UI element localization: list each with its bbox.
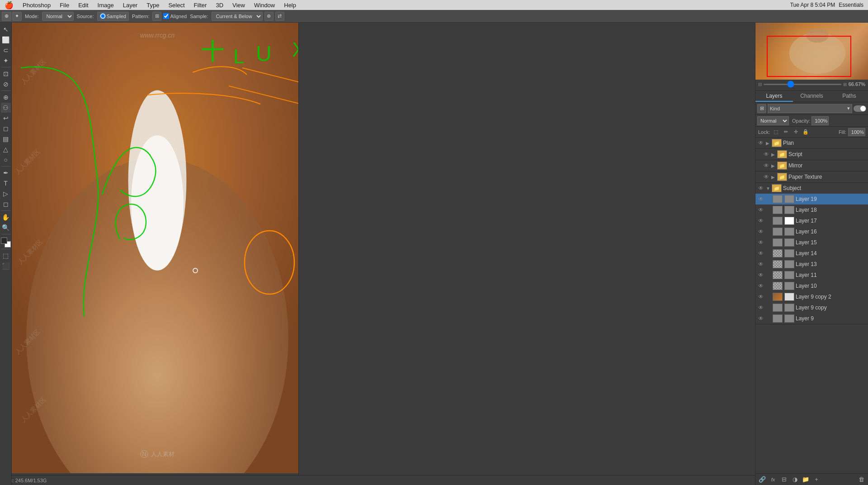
layer-row-14[interactable]: 👁 Layer 14 (755, 248, 868, 259)
eraser-tool[interactable]: ◻ (1, 124, 11, 133)
menu-3d[interactable]: 3D (211, 0, 228, 10)
type-tool[interactable]: T (1, 178, 11, 188)
lasso-tool[interactable]: ⊂ (1, 45, 11, 55)
visibility-18[interactable]: 👁 (757, 206, 764, 214)
healing-tool[interactable]: ⊕ (1, 92, 11, 102)
expand-mirror[interactable]: ▶ (771, 163, 776, 168)
menu-image[interactable]: Image (93, 0, 118, 10)
layers-list[interactable]: 👁 ▶ 📁 Plan 👁 ▶ 📁 Script (755, 138, 868, 473)
navigator-thumbnail[interactable] (755, 21, 868, 80)
layer-row-18[interactable]: 👁 Layer 18 (755, 204, 868, 215)
lock-transparent-icon[interactable]: ⬚ (772, 128, 780, 136)
apple-menu[interactable]: 🍎 (0, 1, 18, 10)
visibility-9copy2[interactable]: 👁 (757, 293, 764, 300)
layer-row-paper-texture[interactable]: 👁 ▶ 📁 Paper Texture (755, 171, 868, 182)
layer-row-9[interactable]: 👁 Layer 9 (755, 313, 868, 324)
add-mask-icon[interactable]: ⊟ (780, 475, 788, 484)
layer-row-11[interactable]: 👁 Layer 11 (755, 270, 868, 281)
dodge-tool[interactable]: ○ (1, 155, 11, 165)
expand-plan[interactable]: ▶ (766, 141, 770, 146)
menu-filter[interactable]: Filter (189, 0, 212, 10)
gradient-tool[interactable]: ▤ (1, 134, 11, 144)
adjustment-layer-icon[interactable]: ◑ (791, 475, 799, 484)
zoom-slider[interactable] (764, 84, 841, 85)
nav-viewport-rect[interactable] (767, 36, 851, 77)
fill-input[interactable] (848, 128, 865, 136)
layer-row-plan[interactable]: 👁 ▶ 📁 Plan (755, 138, 868, 148)
menu-window[interactable]: Window (250, 0, 279, 10)
visibility-script[interactable]: 👁 (763, 151, 770, 158)
layer-row-10[interactable]: 👁 Layer 10 (755, 281, 868, 291)
mode-select[interactable]: Normal (42, 12, 74, 21)
filter-kind-dropdown[interactable]: Kind ▾ (768, 104, 852, 113)
visibility-16[interactable]: 👁 (757, 228, 764, 235)
menu-type[interactable]: Type (142, 0, 164, 10)
visibility-15[interactable]: 👁 (757, 239, 764, 246)
visibility-17[interactable]: 👁 (757, 217, 764, 224)
screen-mode[interactable]: ⬛ (1, 261, 11, 271)
link-layers-icon[interactable]: 🔗 (758, 475, 766, 484)
zoom-tool[interactable]: 🔍 (1, 223, 11, 233)
shape-tool[interactable]: ◻ (1, 199, 11, 209)
lock-all-icon[interactable]: 🔒 (802, 128, 810, 136)
foreground-color[interactable] (1, 238, 7, 244)
visibility-mirror[interactable]: 👁 (763, 162, 770, 169)
hand-tool[interactable]: ✋ (1, 212, 11, 222)
pen-tool[interactable]: ✒ (1, 168, 11, 178)
expand-subject[interactable]: ▼ (766, 186, 770, 191)
visibility-plan[interactable]: 👁 (757, 139, 764, 147)
delete-layer-icon[interactable]: 🗑 (857, 475, 865, 484)
history-brush-tool[interactable]: ↩ (1, 113, 11, 123)
opacity-input[interactable] (811, 116, 829, 125)
menu-select[interactable]: Select (164, 0, 189, 10)
layer-row-19[interactable]: 👁 Layer 19 (755, 194, 868, 204)
workspace-switcher[interactable]: Essentials (839, 2, 863, 8)
visibility-19[interactable]: 👁 (757, 195, 764, 203)
visibility-14[interactable]: 👁 (757, 250, 764, 257)
quick-mask-tool[interactable]: ⬚ (1, 251, 11, 261)
canvas-area[interactable]: 十 L U X 人人素材 (12, 23, 303, 473)
blend-mode-select[interactable]: Normal (757, 116, 789, 125)
expand-paper-texture[interactable]: ▶ (771, 175, 776, 180)
lock-image-icon[interactable]: ✏ (782, 128, 790, 136)
brush-icon[interactable]: ⊕ (2, 12, 11, 21)
layer-row-9copy2[interactable]: 👁 Layer 9 copy 2 (755, 291, 868, 302)
sample-select[interactable]: Current & Below (212, 12, 263, 21)
magic-wand-tool[interactable]: ✦ (1, 56, 11, 66)
sampled-radio[interactable]: Sampled (97, 12, 129, 21)
path-select-tool[interactable]: ▷ (1, 189, 11, 199)
new-layer-icon[interactable]: + (812, 475, 821, 484)
menu-help[interactable]: Help (279, 0, 301, 10)
layer-row-9copy[interactable]: 👁 Layer 9 copy (755, 302, 868, 313)
expand-script[interactable]: ▶ (771, 152, 776, 157)
layer-row-mirror[interactable]: 👁 ▶ 📁 Mirror (755, 160, 868, 171)
tab-layers[interactable]: Layers (755, 91, 793, 102)
crop-tool[interactable]: ⊡ (1, 69, 11, 79)
clone-stamp-icon[interactable]: ✦ (12, 12, 22, 21)
visibility-9[interactable]: 👁 (757, 315, 764, 322)
filter-toggle[interactable] (854, 105, 866, 112)
sample-icon[interactable]: ⊕ (264, 12, 274, 21)
move-tool[interactable]: ↖ (1, 24, 11, 34)
pattern-picker[interactable]: ⊞ (152, 12, 161, 21)
fx-icon[interactable]: fx (769, 475, 777, 484)
aligned-checkbox[interactable]: Aligned (163, 13, 187, 19)
layer-row-16[interactable]: 👁 Layer 16 (755, 226, 868, 237)
tab-paths[interactable]: Paths (830, 91, 868, 102)
lock-position-icon[interactable]: ✛ (792, 128, 800, 136)
layer-row-13[interactable]: 👁 Layer 13 (755, 259, 868, 270)
visibility-subject[interactable]: 👁 (757, 185, 764, 192)
visibility-11[interactable]: 👁 (757, 271, 764, 279)
blur-tool[interactable]: △ (1, 144, 11, 154)
clone-stamp-tool[interactable]: ⚇ (1, 103, 11, 113)
visibility-13[interactable]: 👁 (757, 261, 764, 268)
new-group-icon[interactable]: 📁 (802, 475, 810, 484)
menu-view[interactable]: View (228, 0, 250, 10)
vertical-scrollbar[interactable] (298, 23, 305, 479)
marquee-tool[interactable]: ⬜ (1, 35, 11, 45)
menu-layer[interactable]: Layer (118, 0, 142, 10)
flip-icon[interactable]: ⇄ (275, 12, 284, 21)
layer-row-15[interactable]: 👁 Layer 15 (755, 237, 868, 248)
tab-channels[interactable]: Channels (793, 91, 830, 102)
layer-row-17[interactable]: 👁 Layer 17 (755, 215, 868, 226)
